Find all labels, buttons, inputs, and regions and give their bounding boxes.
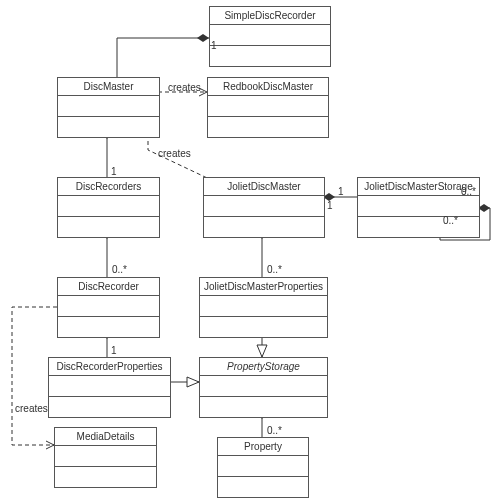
class-name: SimpleDiscRecorder [210, 7, 330, 25]
class-discmaster: DiscMaster [57, 77, 160, 138]
class-name: JolietDiscMasterProperties [200, 278, 327, 296]
class-propertystorage: PropertyStorage [199, 357, 328, 418]
class-property: Property [217, 437, 309, 498]
edge-label-creates: creates [168, 82, 201, 93]
class-mediadetails: MediaDetails [54, 427, 157, 488]
class-name: DiscRecorders [58, 178, 159, 196]
multiplicity: 0..* [267, 425, 282, 436]
multiplicity: 1 [338, 186, 344, 197]
class-jolietdiscmaster: JolietDiscMaster [203, 177, 325, 238]
class-discrecorders: DiscRecorders [57, 177, 160, 238]
class-jolietdiscmasterproperties: JolietDiscMasterProperties [199, 277, 328, 338]
edge-label-creates: creates [158, 148, 191, 159]
class-simplediscrecorder: SimpleDiscRecorder [209, 6, 331, 67]
class-name: DiscRecorder [58, 278, 159, 296]
multiplicity: 0..* [267, 264, 282, 275]
class-name: JolietDiscMaster [204, 178, 324, 196]
multiplicity: 0..* [443, 215, 458, 226]
multiplicity: 1 [111, 166, 117, 177]
multiplicity: 0..* [112, 264, 127, 275]
class-name: DiscMaster [58, 78, 159, 96]
class-name: MediaDetails [55, 428, 156, 446]
multiplicity: 0..* [461, 186, 476, 197]
class-redbookdiscmaster: RedbookDiscMaster [207, 77, 329, 138]
class-discrecorderproperties: DiscRecorderProperties [48, 357, 171, 418]
class-name: PropertyStorage [200, 358, 327, 376]
edge-label-creates: creates [15, 403, 48, 414]
class-name: RedbookDiscMaster [208, 78, 328, 96]
class-name: Property [218, 438, 308, 456]
diagram-canvas: SimpleDiscRecorder DiscMaster RedbookDis… [0, 0, 500, 502]
class-name: DiscRecorderProperties [49, 358, 170, 376]
multiplicity: 1 [211, 40, 217, 51]
class-discrecorder: DiscRecorder [57, 277, 160, 338]
multiplicity: 1 [327, 200, 333, 211]
multiplicity: 1 [111, 345, 117, 356]
